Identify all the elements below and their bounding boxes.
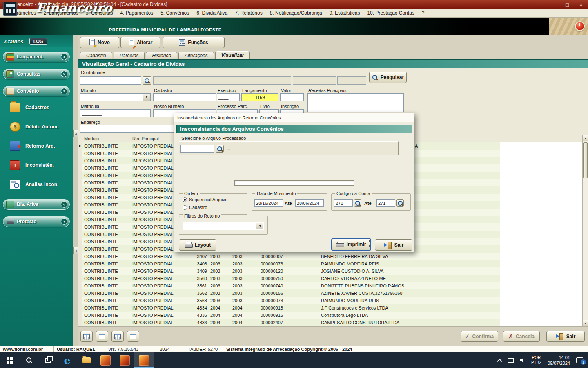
conta-inicio-input[interactable]: [334, 199, 353, 207]
dialog-titlebar[interactable]: Insconcistencia dos Arquivos de Retorno …: [174, 113, 414, 122]
layout-button[interactable]: Layout: [179, 239, 216, 251]
receitas-principais-listbox[interactable]: [307, 93, 404, 112]
tab-visualizar[interactable]: Visualizar: [215, 51, 250, 59]
menu-item-5-convenios[interactable]: 5. Convênios: [157, 9, 193, 18]
sidebar-item-retorno-arq[interactable]: Retorno Arq.: [0, 138, 73, 154]
network-icon[interactable]: [508, 358, 514, 363]
valor-input[interactable]: [280, 93, 304, 101]
taskbar-app-1-button[interactable]: [96, 352, 115, 368]
sidebar-item-analisa-incon[interactable]: Analisa Incon.: [0, 176, 73, 193]
splitter-collapse-icon[interactable]: ◄: [74, 247, 78, 254]
tab-cadastro[interactable]: Cadastro: [80, 52, 112, 59]
radio-cadastro[interactable]: Cadastro: [183, 205, 207, 210]
modulo-select[interactable]: [80, 93, 151, 101]
volume-icon[interactable]: [520, 358, 525, 363]
menu-item-4-pagamentos[interactable]: 4. Pagamentos: [116, 9, 157, 18]
taskbar-file-explorer-button[interactable]: [77, 352, 96, 368]
exercicio-input[interactable]: [217, 93, 240, 101]
splitter[interactable]: ◄ ◄: [73, 35, 78, 346]
column-header-modulo[interactable]: Módulo: [82, 135, 131, 142]
table-row[interactable]: CONTRIBUINTEIMPOSTO PREDIAL3407200320030…: [78, 253, 500, 260]
maximize-button[interactable]: □: [560, 0, 574, 9]
nav-button-1[interactable]: [80, 331, 93, 342]
menu-item-7-relatorios[interactable]: 7. Relatórios: [231, 9, 266, 18]
taskbar-app-3-button[interactable]: [134, 352, 154, 368]
table-row[interactable]: CONTRIBUINTEIMPOSTO PREDIAL3563200320030…: [78, 297, 500, 304]
novo-button[interactable]: ★ Novo: [80, 37, 119, 48]
conta-search-button[interactable]: [354, 199, 361, 207]
sidebar-item-inconsisten[interactable]: Inconsistên.: [0, 157, 73, 173]
scroll-up-icon[interactable]: ▲: [583, 135, 588, 141]
conta-fim-input[interactable]: [376, 199, 395, 207]
filtros-select[interactable]: [183, 222, 264, 230]
dialog-sair-button[interactable]: Sair: [375, 239, 412, 251]
tab-alteracoes[interactable]: Alterações: [178, 52, 214, 59]
sidebar-group-consultas[interactable]: Consultas»: [3, 69, 70, 79]
conta-search-button[interactable]: [396, 199, 404, 207]
sidebar-item-debito-autom[interactable]: Débito Autom.: [0, 119, 73, 135]
arquivo-search-button[interactable]: [216, 145, 224, 153]
nav-button-4[interactable]: [127, 331, 139, 342]
radio-checked-icon[interactable]: [183, 197, 187, 202]
close-button[interactable]: ×: [574, 0, 588, 9]
sidebar-group-protesto[interactable]: Protesto»: [3, 216, 70, 227]
grid-scrollbar[interactable]: ▲ ▼: [582, 135, 588, 326]
radio-sequencial-arquivo[interactable]: Sequencial Arquivo: [183, 197, 227, 202]
tab-parcelas[interactable]: Parcelas: [114, 52, 145, 59]
language-indicator[interactable]: POR PTB2: [531, 355, 541, 366]
menu-item-10-prestacao-contas[interactable]: 10. Prestação Contas: [363, 9, 418, 18]
radio-unchecked-icon[interactable]: [183, 205, 187, 210]
table-row[interactable]: CONTRIBUINTEIMPOSTO PREDIAL3409200320030…: [78, 267, 500, 275]
power-button[interactable]: [575, 21, 585, 31]
sidebar-item-cadastros[interactable]: Cadastros: [0, 99, 73, 116]
contribuinte-input[interactable]: [80, 76, 141, 85]
matricula-input[interactable]: [80, 109, 151, 117]
table-row[interactable]: CONTRIBUINTEIMPOSTO PREDIAL4334200420040…: [78, 304, 500, 312]
sidebar-tab-atalhos[interactable]: Atalhos: [4, 38, 24, 45]
table-row[interactable]: CONTRIBUINTEIMPOSTO PREDIAL3408200320030…: [78, 260, 500, 267]
pesquisar-button[interactable]: Pesquisar: [369, 72, 407, 83]
arquivo-input[interactable]: [180, 145, 214, 153]
table-row[interactable]: CONTRIBUINTEIMPOSTO PREDIAL3562200320030…: [78, 289, 500, 297]
data-fim-input[interactable]: [295, 199, 324, 207]
menu-item-8-notificacao-cobranca[interactable]: 8. Notificação/Cobrança: [266, 9, 326, 18]
sidebar-group-div-ativa[interactable]: Div. Ativa»: [3, 199, 70, 210]
menu-item-9-estatisticas[interactable]: 9. Estatísticas: [326, 9, 364, 18]
clock[interactable]: 14:01 09/07/2024: [548, 355, 570, 366]
table-row[interactable]: CONTRIBUINTEIMPOSTO PREDIAL4335200420040…: [78, 312, 500, 319]
sidebar-group-lancament[interactable]: Lançament.»: [3, 52, 70, 62]
alterar-button[interactable]: Alterar: [120, 37, 160, 48]
menu-item-6-divida-ativa[interactable]: 6. Divida Ativa: [193, 9, 231, 18]
cancela-button[interactable]: ✗ Cancela: [503, 331, 540, 342]
table-row[interactable]: CONTRIBUINTEIMPOSTO PREDIAL3560200320030…: [78, 275, 500, 282]
tray-chevron-up-icon[interactable]: [497, 359, 502, 364]
splitter-collapse-icon[interactable]: ◄: [74, 130, 78, 137]
imprimir-button[interactable]: Imprimir: [331, 238, 371, 251]
menu-item-[interactable]: ?: [418, 9, 428, 18]
table-row[interactable]: CONTRIBUINTEIMPOSTO PREDIAL4336200420040…: [78, 319, 500, 326]
taskbar-search-button[interactable]: [19, 352, 38, 368]
tab-historico[interactable]: Histórico: [146, 52, 177, 59]
taskbar-start-button[interactable]: [0, 352, 19, 368]
scroll-down-icon[interactable]: ▼: [583, 320, 588, 326]
taskbar-edge-button[interactable]: e: [58, 352, 77, 368]
contribuinte-extra-field-1: [293, 76, 336, 85]
confirma-button[interactable]: ✓ Confirma: [461, 331, 498, 342]
notification-icon[interactable]: 1: [576, 357, 583, 363]
cancela-label: Cancela: [516, 334, 535, 339]
nav-button-2[interactable]: [96, 331, 108, 342]
taskbar-task-view-button[interactable]: [38, 352, 58, 368]
taskbar-app-2-button[interactable]: [115, 352, 134, 368]
sidebar-group-convenio[interactable]: Convênio»: [3, 86, 70, 96]
table-row[interactable]: CONTRIBUINTEIMPOSTO PREDIAL3561200320030…: [78, 282, 500, 289]
data-inicio-input[interactable]: [254, 199, 283, 207]
funcoes-button[interactable]: Funções: [163, 37, 225, 48]
scrollbar-thumb[interactable]: [583, 142, 588, 178]
sair-button[interactable]: Sair: [546, 331, 585, 342]
cadastro-input[interactable]: [153, 93, 216, 101]
contribuinte-search-button[interactable]: [143, 76, 151, 85]
minimize-button[interactable]: –: [546, 0, 560, 9]
nav-button-3[interactable]: [111, 331, 124, 342]
log-button[interactable]: LOG: [29, 38, 47, 45]
lancamento-input[interactable]: [241, 93, 278, 101]
